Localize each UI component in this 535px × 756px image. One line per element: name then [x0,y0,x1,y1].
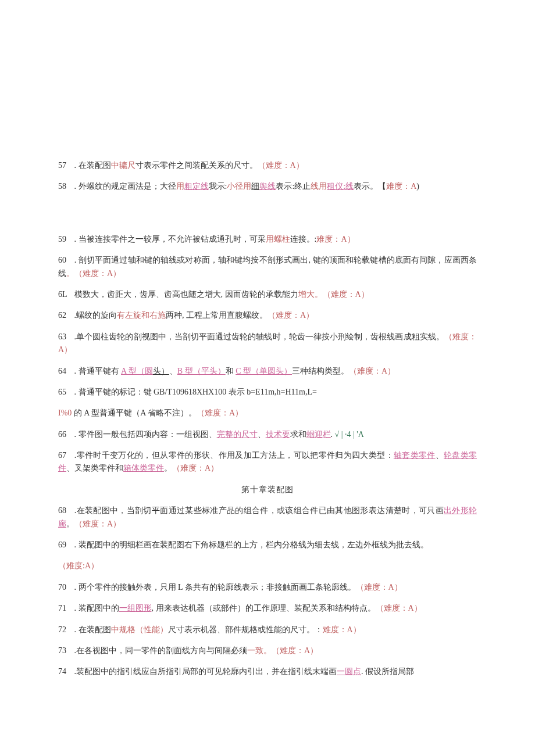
question-item: 59 . 当被连接零件之一较厚，不允许被钻成通孔时，可采用螺柱连接。:难度：A） [58,233,477,246]
text-run: . 两个零件的接触外表，只用 L 条共有的轮廓线表示；非接触面画工条轮廓线。 [72,583,356,592]
text-run: . 外螺纹的规定画法是；大径 [72,182,176,191]
text-run: . 在装配图 [72,161,111,170]
highlighted-term: 租仪:线 [327,182,354,191]
item-number: 57 [58,159,72,172]
highlighted-term: 舆线 [259,182,276,191]
text-run: 、 [436,451,444,460]
text-run: 寸表示零件之间装配关系的尺寸。 [135,161,258,170]
question-item: 67 .零件时千变万化的，但从零件的形状、作用及加工方法上，可以把零件归为四大类… [58,449,477,475]
item-number: 62 [58,309,72,322]
highlighted-term: √ | ·4 | 'A [335,430,364,439]
item-number: 69 [58,539,72,551]
question-item: 66 . 零件图一般包括四项内容：一组视图、完整的尺寸、技术要求和蝈迎栏. √ … [58,428,477,441]
question-item: 62 .螺纹的旋向有左旋和右施两种, 工程上常用直腹螺纹。（难度：A） [58,309,477,322]
text-run: 难度：A [386,182,416,191]
question-item: 60 . 剖切平面通过轴和键的轴线或对称面，轴和键均按不剖形式画出, 键的顶面和… [58,254,477,280]
text-run: 。 [66,519,74,528]
question-item: 57 . 在装配图中辘尺寸表示零件之间装配关系的尺寸。（难度：A） [58,159,477,172]
question-item: 65 . 普通平键的标记：键 GB/T109618XHX100 表示 b=E11… [58,386,477,399]
text-run: , 用来表达机器（或部件）的工作原理、装配关系和结构特点。 [152,604,376,612]
text-run: . 装配图中的 [72,604,119,612]
text-run: （难度：A） [268,311,314,320]
text-run: （难度:A） [58,561,99,570]
text-run: 用螺柱 [266,235,290,243]
highlighted-term: 一圆点 [337,667,361,676]
text-run: .在各视图中，同一零件的剖面线方向与间隔必须 [72,646,247,655]
item-number: 63 [58,331,72,343]
text-run: .装配图中的指引线应自所指引局部的可见轮廓内引出，并在指引线末端画 [72,667,337,676]
text-run: （难度：A） [74,519,121,528]
question-item: 72 . 在装配图中规格（性能）尺寸表示机器、部件规格或性能的尺寸。：难度：A） [58,624,477,636]
highlighted-term: 粗定线 [184,182,209,191]
text-run: I%0 [58,409,72,417]
question-item: 64 . 普通平键有 A 型（圆头）、B 型（平头）和 C 型（单圆头）三种结构… [58,365,477,378]
text-run: 尺寸表示机器、部件规格或性能的尺寸。： [168,625,323,634]
highlighted-term: B 型（平头） [177,367,226,375]
text-run: .单个圆柱齿轮的剖视图中，当剖切平面通过齿轮的轴线时，轮齿一律按小刑绘制，齿根线… [72,332,444,341]
text-run: . 装配图中的明细栏画在装配图右下角标题栏的上方，栏内分格线为细去线，左边外框线… [72,540,429,549]
text-run: . 假设所指局部 [361,667,414,676]
question-item: 68 .在装配图中，当剖切平面通过某些标准产品的组合件，或该组合件已由其他图形表… [58,504,477,531]
text-run: 难度：A） [316,235,355,243]
text-run: 难度：A） [323,625,361,634]
question-item: （难度:A） [58,560,477,572]
text-run: 细 [251,182,259,191]
question-item: I%0 的 A 型普通平键（A 省略不注）。（难度：A） [58,407,477,420]
text-run: （难度：A） [376,604,422,612]
blank-gap [58,202,477,225]
text-run: 三种结构类型。 [292,367,349,375]
chapter-heading: 第十章装配图 [58,483,477,496]
item-number: 70 [58,581,72,594]
item-number: 73 [58,644,72,657]
item-number: 6L [58,288,72,301]
text-run: 模数大，齿距大，齿厚、齿高也随之增大, 因而齿轮的承载能力 [72,290,298,299]
item-number: 67 [58,449,72,462]
highlighted-term: 轴套类零件 [394,451,436,460]
text-run: 。（难度：A） [66,269,121,278]
questions-list: 57 . 在装配图中辘尺寸表示零件之间装配关系的尺寸。（难度：A）58 . 外螺… [58,159,477,679]
item-number: 72 [58,624,72,636]
text-run: （难度：A） [349,367,395,375]
text-run: 表示。【 [354,182,386,191]
text-run: . 普通平键的标记：键 GB/T109618XHX100 表示 b=E11m,h… [72,388,317,396]
text-run: 我示: [209,182,227,191]
item-number: 71 [58,602,72,615]
highlighted-term: C 型（单圆头） [236,367,292,375]
text-run: . 在装配图 [72,625,111,634]
text-run: .螺纹的旋向 [72,311,117,320]
text-run: 中辘尺 [111,161,135,170]
question-item: 71 . 装配图中的一组图形, 用来表达机器（或部件）的工作原理、装配关系和结构… [58,602,477,615]
question-item: 70 . 两个零件的接触外表，只用 L 条共有的轮廓线表示；非接触面画工条轮廓线… [58,581,477,594]
text-run: （难度：A） [197,409,243,417]
text-run: （难度：A） [172,464,219,472]
text-run: 有左旋和右施 [117,311,166,320]
text-run: . [331,430,335,439]
text-run: 两种, 工程上常用直腹螺纹。 [166,311,268,320]
text-run: 求和 [290,430,306,439]
text-run: . 当被连接零件之一较厚，不允许被钻成通孔时，可采 [72,235,266,243]
text-run: （难度：A） [258,161,304,170]
item-number: 65 [58,386,72,399]
text-run: 表示:终止 [276,182,311,191]
text-run: . 普通平键有 [72,367,121,375]
text-run: 。 [164,464,172,472]
text-run: 和 [226,367,236,375]
text-run: 、 [258,430,266,439]
text-run: 中规格（性能） [111,625,168,634]
item-number: 74 [58,665,72,678]
item-number: 64 [58,365,72,378]
highlighted-term: 箱体类零件 [123,464,164,472]
question-item: 63 .单个圆柱齿轮的剖视图中，当剖切平面通过齿轮的轴线时，轮齿一律按小刑绘制，… [58,331,477,357]
item-number: 68 [58,504,72,517]
text-run: 用 [176,182,184,191]
item-number: 59 [58,233,72,246]
text-run: 、叉架类零件和 [66,464,123,472]
question-item: 69 . 装配图中的明细栏画在装配图右下角标题栏的上方，栏内分格线为细去线，左边… [58,539,477,551]
question-item: 58 . 外螺纹的规定画法是；大径用粗定线我示:小径用细舆线表示:终止线用租仪:… [58,180,477,193]
highlighted-term: 完整的尺寸 [217,430,258,439]
highlighted-term: 一组图形 [119,604,152,612]
question-item: 74 .装配图中的指引线应自所指引局部的可见轮廓内引出，并在指引线末端画一圆点.… [58,665,477,678]
question-item: 6L 模数大，齿距大，齿厚、齿高也随之增大, 因而齿轮的承载能力增大。（难度：A… [58,288,477,301]
text-run: 线用 [311,182,327,191]
item-number: 58 [58,180,72,193]
